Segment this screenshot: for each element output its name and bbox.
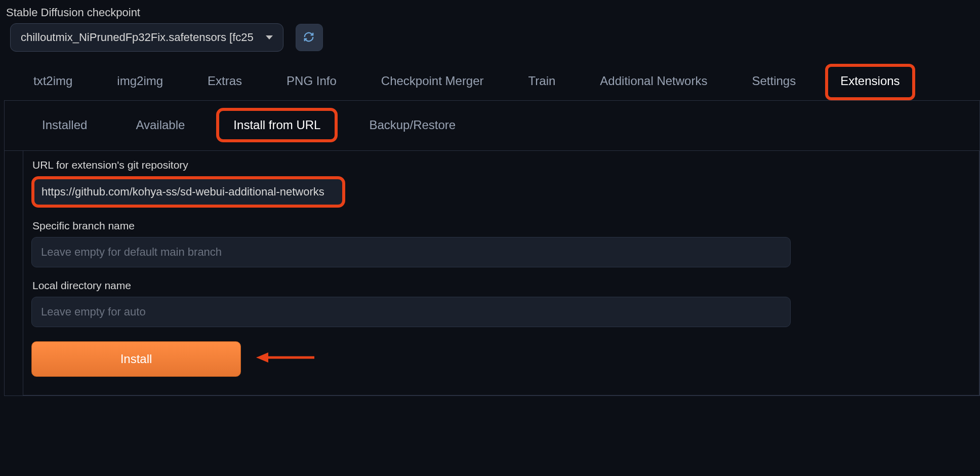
chevron-down-icon	[266, 35, 273, 39]
tab-additional-networks[interactable]: Additional Networks	[585, 64, 722, 100]
tab-txt2img[interactable]: txt2img	[18, 64, 88, 100]
dir-input[interactable]	[31, 297, 791, 327]
tab-extensions[interactable]: Extensions	[825, 64, 915, 100]
dir-field-group: Local directory name	[31, 280, 979, 327]
refresh-icon	[303, 31, 315, 44]
arrow-annotation-icon	[256, 347, 317, 371]
tab-checkpoint-merger[interactable]: Checkpoint Merger	[366, 64, 499, 100]
install-button[interactable]: Install	[31, 341, 241, 377]
checkpoint-dropdown[interactable]: chilloutmix_NiPrunedFp32Fix.safetensors …	[10, 23, 283, 52]
main-tabs: txt2img img2img Extras PNG Info Checkpoi…	[4, 64, 980, 101]
extensions-sub-tabs: Installed Available Install from URL Bac…	[5, 101, 979, 151]
url-field-group: URL for extension's git repository	[31, 159, 979, 208]
svg-marker-1	[256, 352, 268, 363]
tab-extras[interactable]: Extras	[192, 64, 257, 100]
tab-png-info[interactable]: PNG Info	[271, 64, 352, 100]
dir-label: Local directory name	[31, 280, 979, 292]
install-form: URL for extension's git repository Speci…	[23, 151, 979, 395]
branch-field-group: Specific branch name	[31, 220, 979, 267]
checkpoint-row: chilloutmix_NiPrunedFp32Fix.safetensors …	[4, 23, 980, 52]
sub-tab-install-from-url[interactable]: Install from URL	[216, 108, 338, 142]
install-row: Install	[31, 341, 979, 377]
sub-tab-available[interactable]: Available	[118, 108, 202, 142]
branch-label: Specific branch name	[31, 220, 979, 232]
tab-train[interactable]: Train	[513, 64, 571, 100]
checkpoint-value: chilloutmix_NiPrunedFp32Fix.safetensors …	[21, 31, 254, 44]
sub-tab-backup-restore[interactable]: Backup/Restore	[352, 108, 473, 142]
sub-tab-installed[interactable]: Installed	[25, 108, 104, 142]
refresh-button[interactable]	[296, 24, 323, 51]
url-input[interactable]	[31, 176, 345, 208]
url-label: URL for extension's git repository	[31, 159, 979, 171]
tab-settings[interactable]: Settings	[737, 64, 811, 100]
content-panel: Installed Available Install from URL Bac…	[4, 101, 980, 396]
branch-input[interactable]	[31, 237, 791, 267]
checkpoint-label: Stable Diffusion checkpoint	[4, 4, 980, 23]
tab-img2img[interactable]: img2img	[102, 64, 178, 100]
